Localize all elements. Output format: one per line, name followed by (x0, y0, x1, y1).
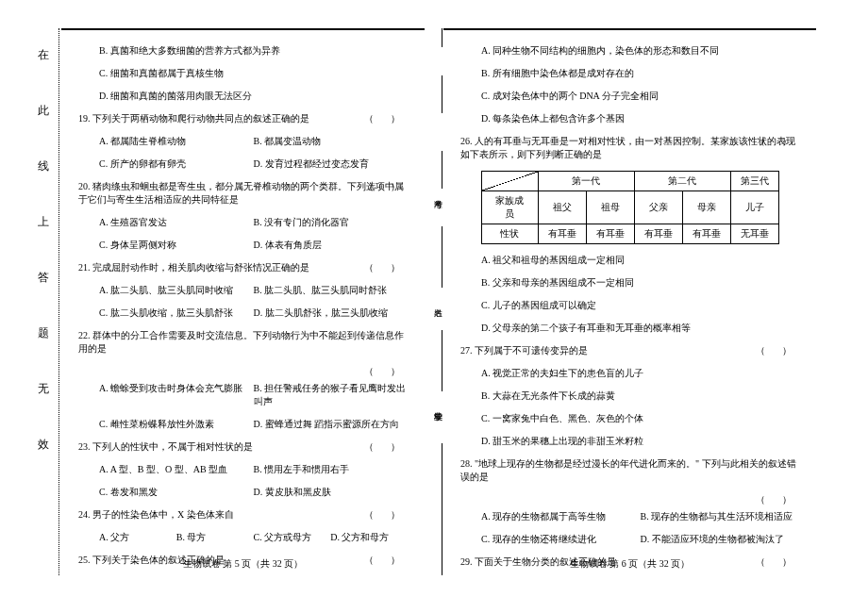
option-a: A. 现存的生物都属于高等生物 (481, 510, 641, 523)
margin-char: 答 (38, 270, 49, 286)
center-tick (442, 151, 442, 189)
option-c: C. 成对染色体中的两个 DNA 分子完全相同 (460, 90, 799, 103)
page-5-footer: 生物试卷 第 5 页（共 32 页） (61, 557, 425, 571)
answer-blank: （ ） (756, 135, 800, 148)
q24-text: 24. 男子的性染色体中，X 染色体来自 (78, 509, 234, 520)
table-cell: 无耳垂 (730, 224, 778, 244)
option-b: B. 大蒜在无光条件下长成的蒜黄 (460, 389, 799, 403)
q26-text: 26. 人的有耳垂与无耳垂是一对相对性状，由一对基因控制。某家族该性状的表现如下… (460, 136, 795, 159)
question-20: 20. 猪肉绦虫和蛔虫都是寄生虫，都分属无脊椎动物的两个类群。下列选项中属于它们… (78, 180, 408, 207)
option-a: A. 祖父和祖母的基因组成一定相同 (460, 254, 799, 267)
family-trait-table: 第一代 第二代 第三代 家族成员 祖父 祖母 父亲 母亲 儿子 性状 有耳垂 有… (481, 171, 779, 244)
option-b: B. 现存的生物都与其生活环境相适应 (641, 510, 800, 523)
option-c: C. 身体呈两侧对称 (99, 239, 254, 252)
page-6: A. 同种生物不同结构的细胞内，染色体的形态和数目不同 B. 所有细胞中染色体都… (443, 28, 816, 575)
option-d: D. 父方和母方 (330, 531, 408, 544)
table-header-gen3: 第三代 (730, 172, 778, 191)
q24-options: A. 父方 B. 母方 C. 父方或母方 D. 父方和母方 (78, 531, 408, 544)
table-diag-cell (481, 172, 538, 191)
q27-text: 27. 下列属于不可遗传变异的是 (460, 345, 588, 356)
option-d: D. 肱二头肌舒张，肱三头肌收缩 (254, 306, 409, 320)
page-6-footer: 生物试卷 第 6 页（共 32 页） (443, 557, 816, 571)
page-5-content: B. 真菌和绝大多数细菌的营养方式都为异养 C. 细菌和真菌都属于真核生物 D.… (61, 30, 425, 567)
option-b: B. 没有专门的消化器官 (254, 216, 409, 229)
margin-char: 在 (38, 47, 49, 63)
question-23: 23. 下列人的性状中，不属于相对性状的是 （ ） (78, 440, 408, 454)
option-c: C. 所产的卵都有卵壳 (99, 157, 254, 171)
answer-blank: （ ） (756, 344, 800, 357)
option-c: C. 肱二头肌收缩，肱三头肌舒张 (99, 306, 254, 320)
q20-text: 20. 猪肉绦虫和蛔虫都是寄生虫，都分属无脊椎动物的两个类群。下列选项中属于它们… (78, 181, 404, 205)
margin-char: 上 (38, 214, 49, 230)
option-d: D. 细菌和真菌的菌落用肉眼无法区分 (78, 90, 408, 103)
table-cell: 有耳垂 (586, 224, 634, 244)
q28-text: 28. "地球上现存的生物都是经过漫长的年代进化而来的。" 下列与此相关的叙述错… (460, 458, 796, 482)
table-rowhead-trait: 性状 (481, 224, 538, 244)
question-19: 19. 下列关于两栖动物和爬行动物共同点的叙述正确的是 （ ） (78, 112, 408, 125)
answer-blank: （ ） (756, 493, 800, 506)
option-d: D. 发育过程都经过变态发育 (254, 157, 409, 171)
option-c: C. 卷发和黑发 (99, 486, 254, 499)
option-c: C. 现存的生物还将继续进化 (481, 533, 641, 546)
option-b: B. 母方 (176, 531, 254, 544)
option-a: A. 同种生物不同结构的细胞内，染色体的形态和数目不同 (460, 44, 799, 58)
page-6-content: A. 同种生物不同结构的细胞内，染色体的形态和数目不同 B. 所有细胞中染色体都… (443, 30, 816, 569)
table-cell: 有耳垂 (682, 224, 730, 244)
q22-options-row2: C. 雌性菜粉蝶释放性外激素 D. 蜜蜂通过舞 蹈指示蜜源所在方向 (78, 418, 408, 431)
option-b: B. 所有细胞中染色体都是成对存在的 (460, 67, 799, 80)
center-tick (442, 330, 442, 391)
option-c: C. 细菌和真菌都属于真核生物 (78, 67, 408, 80)
table-cell: 父亲 (634, 191, 682, 224)
option-a: A. 生殖器官发达 (99, 216, 254, 229)
question-21: 21. 完成屈肘动作时，相关肌肉收缩与舒张情况正确的是 （ ） (78, 261, 408, 274)
option-c: C. 一窝家兔中白色、黑色、灰色的个体 (460, 412, 799, 425)
option-a: A. 蟾蜍受到攻击时身体会充气膨胀 (99, 382, 254, 408)
question-27: 27. 下列属于不可遗传变异的是 （ ） (460, 344, 799, 357)
table-header-gen1: 第一代 (538, 172, 634, 191)
option-a: A. 肱二头肌、肱三头肌同时收缩 (99, 284, 254, 297)
q21-text: 21. 完成屈肘动作时，相关肌肉收缩与舒张情况正确的是 (78, 262, 309, 273)
center-tick (442, 443, 442, 575)
margin-char: 题 (38, 325, 49, 341)
option-b: B. 惯用左手和惯用右手 (254, 463, 409, 476)
q19-options-row2: C. 所产的卵都有卵壳 D. 发育过程都经过变态发育 (78, 157, 408, 171)
q19-options-row1: A. 都属陆生脊椎动物 B. 都属变温动物 (78, 135, 408, 148)
option-b: B. 担任警戒任务的猴子看见鹰时发出叫声 (254, 382, 409, 408)
table-rowhead-member: 家族成员 (481, 191, 538, 224)
option-d: D. 父母亲的第二个孩子有耳垂和无耳垂的概率相等 (460, 322, 799, 335)
table-cell: 母亲 (682, 191, 730, 224)
margin-char: 效 (38, 437, 49, 453)
q23-options-row2: C. 卷发和黑发 D. 黄皮肤和黑皮肤 (78, 486, 408, 499)
page-5: B. 真菌和绝大多数细菌的营养方式都为异养 C. 细菌和真菌都属于真核生物 D.… (61, 28, 425, 575)
option-b: B. 都属变温动物 (254, 135, 409, 148)
binding-dot-line (58, 28, 59, 575)
margin-char: 线 (38, 158, 49, 174)
table-cell: 有耳垂 (538, 224, 586, 244)
center-tick (442, 75, 442, 113)
margin-char: 此 (38, 103, 49, 119)
table-cell: 祖母 (586, 191, 634, 224)
question-24: 24. 男子的性染色体中，X 染色体来自 （ ） (78, 508, 408, 522)
answer-blank: （ ） (364, 365, 409, 378)
q23-options-row1: A. A 型、B 型、O 型、AB 型血 B. 惯用左手和惯用右手 (78, 463, 408, 476)
q20-options-row1: A. 生殖器官发达 B. 没有专门的消化器官 (78, 216, 408, 229)
option-c: C. 儿子的基因组成可以确定 (460, 299, 799, 312)
q22-text: 22. 群体中的分工合作需要及时交流信息。下列动物行为中不能起到传递信息作用的是 (78, 330, 404, 354)
margin-char: 无 (38, 381, 49, 397)
option-a: A. 父方 (99, 531, 176, 544)
option-d: D. 蜜蜂通过舞 蹈指示蜜源所在方向 (254, 418, 409, 431)
answer-blank: （ ） (364, 440, 409, 454)
option-b: B. 父亲和母亲的基因组成不一定相同 (460, 276, 799, 290)
q28-options-row2: C. 现存的生物还将继续进化 D. 不能适应环境的生物都被淘汰了 (460, 533, 799, 546)
table-cell: 祖父 (538, 191, 586, 224)
q20-options-row2: C. 身体呈两侧对称 D. 体表有角质层 (78, 239, 408, 252)
option-c: C. 雌性菜粉蝶释放性外激素 (99, 418, 254, 431)
table-cell: 儿子 (730, 191, 778, 224)
question-28: 28. "地球上现存的生物都是经过漫长的年代进化而来的。" 下列与此相关的叙述错… (460, 457, 799, 484)
option-a: A. 视觉正常的夫妇生下的患色盲的儿子 (460, 367, 799, 380)
option-b: B. 真菌和绝大多数细菌的营养方式都为异养 (78, 44, 408, 58)
option-b: B. 肱二头肌、肱三头肌同时舒张 (254, 284, 409, 297)
answer-blank: （ ） (364, 508, 409, 522)
option-d: D. 体表有角质层 (254, 239, 409, 252)
option-d: D. 每条染色体上都包含许多个基因 (460, 112, 799, 125)
